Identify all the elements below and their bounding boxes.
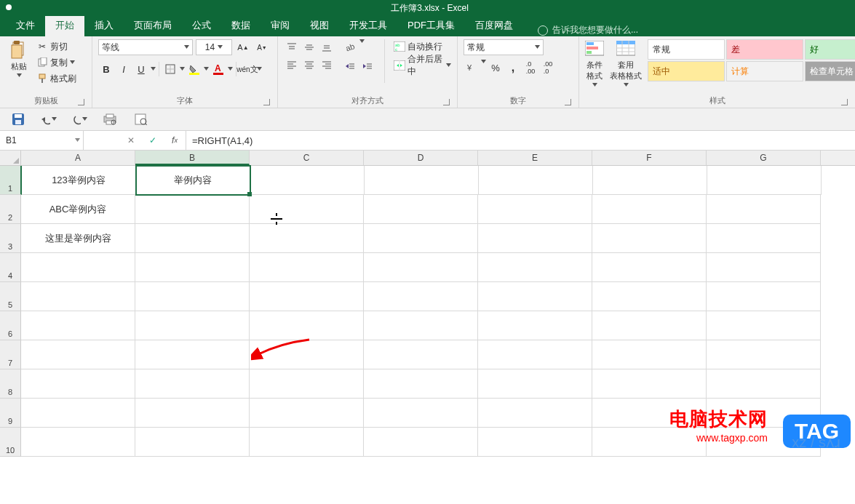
cell-F6[interactable] [592,311,707,340]
row-header[interactable]: 3 [0,224,21,253]
cell-D7[interactable] [364,340,478,369]
increase-decimal-button[interactable]: .0.00 [522,60,538,76]
percent-button[interactable]: % [488,60,504,76]
align-middle-button[interactable] [301,39,317,55]
cell-E5[interactable] [478,282,592,311]
cell-G6[interactable] [707,311,821,340]
cell-E7[interactable] [478,340,592,369]
tab-review[interactable]: 审阅 [261,15,300,36]
chevron-down-icon[interactable] [180,67,185,72]
cell-B5[interactable] [135,282,250,311]
format-painter-button[interactable]: 格式刷 [36,71,76,86]
cell-F3[interactable] [592,224,707,253]
cell-D1[interactable] [365,166,479,195]
chevron-down-icon[interactable] [204,67,209,72]
cell-A10[interactable] [21,428,135,457]
decrease-font-button[interactable]: A▼ [254,39,270,55]
cell-A3[interactable]: 这里是举例内容 [21,224,135,253]
paste-button[interactable]: 粘贴 [6,39,32,81]
style-normal[interactable]: 常规 [648,39,725,60]
tab-data[interactable]: 数据 [221,15,261,36]
cell-D5[interactable] [364,282,478,311]
cell-C8[interactable] [250,369,364,399]
cell-F5[interactable] [592,282,707,311]
cell-A9[interactable] [21,399,135,428]
align-right-button[interactable] [319,57,335,73]
cell-G4[interactable] [707,253,821,282]
row-header[interactable]: 5 [0,282,21,311]
cell-G3[interactable] [707,224,821,253]
chevron-down-icon[interactable] [257,67,262,72]
chevron-down-icon[interactable] [151,67,156,72]
style-check[interactable]: 检查单元格 [805,61,855,81]
column-header-C[interactable]: C [250,151,364,165]
cell-D4[interactable] [364,253,478,282]
tab-pdf-tools[interactable]: PDF工具集 [397,15,465,36]
quick-print-button[interactable] [132,111,148,127]
cell-C4[interactable] [250,253,364,282]
cell-B1[interactable]: 举例内容 [136,166,250,195]
fill-color-button[interactable] [186,61,202,77]
cell-B6[interactable] [135,311,250,340]
merge-center-button[interactable]: 合并后居中 [394,58,451,73]
cell-D3[interactable] [364,224,478,253]
wrap-text-button[interactable]: abc 自动换行 [394,39,451,54]
comma-button[interactable]: , [505,60,521,76]
align-top-button[interactable] [284,39,300,55]
cell-G8[interactable] [707,369,821,399]
style-calc[interactable]: 计算 [726,61,803,81]
format-as-table-button[interactable]: 套用 表格格式 [610,39,642,81]
cell-G2[interactable] [707,195,821,224]
bold-button[interactable]: B [98,61,114,77]
cell-F4[interactable] [592,253,707,282]
cell-G5[interactable] [707,282,821,311]
copy-button[interactable]: 复制 [36,55,76,70]
cell-E2[interactable] [478,195,592,224]
underline-button[interactable]: U [133,61,149,77]
tell-me-search[interactable]: 告诉我您想要做什么... [538,24,638,36]
align-left-button[interactable] [284,57,300,73]
cell-C7[interactable] [250,340,364,369]
currency-button[interactable]: ¥ [464,60,480,76]
cell-B4[interactable] [135,253,250,282]
row-header[interactable]: 4 [0,253,21,282]
cell-C3[interactable] [250,224,364,253]
cell-B9[interactable] [135,399,250,428]
cell-A1[interactable]: 123举例内容 [22,166,136,195]
undo-button[interactable] [41,111,57,127]
cell-E4[interactable] [478,253,592,282]
cut-button[interactable]: ✂ 剪切 [36,39,76,54]
increase-font-button[interactable]: A▲ [235,39,251,55]
name-box[interactable]: B1 [0,131,84,150]
tab-developer[interactable]: 开发工具 [339,15,397,36]
row-header[interactable]: 2 [0,195,21,224]
font-size-combo[interactable]: 14 [196,39,232,55]
row-header[interactable]: 9 [0,399,21,428]
cell-C6[interactable] [250,311,364,340]
increase-indent-button[interactable] [359,58,375,74]
cell-A2[interactable]: ABC举例内容 [21,195,135,224]
decrease-indent-button[interactable] [342,58,358,74]
tab-view[interactable]: 视图 [300,15,339,36]
column-header-E[interactable]: E [478,151,592,165]
cell-D8[interactable] [364,369,478,399]
tab-insert[interactable]: 插入 [84,15,124,36]
tab-home[interactable]: 开始 [45,15,84,36]
chevron-down-icon[interactable] [228,67,233,72]
align-center-button[interactable] [301,57,317,73]
column-header-A[interactable]: A [21,151,135,165]
fill-handle[interactable] [247,192,252,196]
cell-F8[interactable] [592,369,707,399]
decrease-decimal-button[interactable]: .00.0 [540,60,556,76]
column-header-F[interactable]: F [592,151,707,165]
chevron-down-icon[interactable] [481,60,486,65]
tab-formulas[interactable]: 公式 [182,15,221,36]
cell-E3[interactable] [478,224,592,253]
font-color-button[interactable]: A [210,61,226,77]
enter-button[interactable]: ✓ [142,135,164,145]
cell-F2[interactable] [592,195,707,224]
font-name-combo[interactable]: 等线 [98,39,193,55]
cell-A7[interactable] [21,340,135,369]
formula-input[interactable]: =RIGHT(A1,4) [186,131,855,150]
cell-A4[interactable] [21,253,135,282]
